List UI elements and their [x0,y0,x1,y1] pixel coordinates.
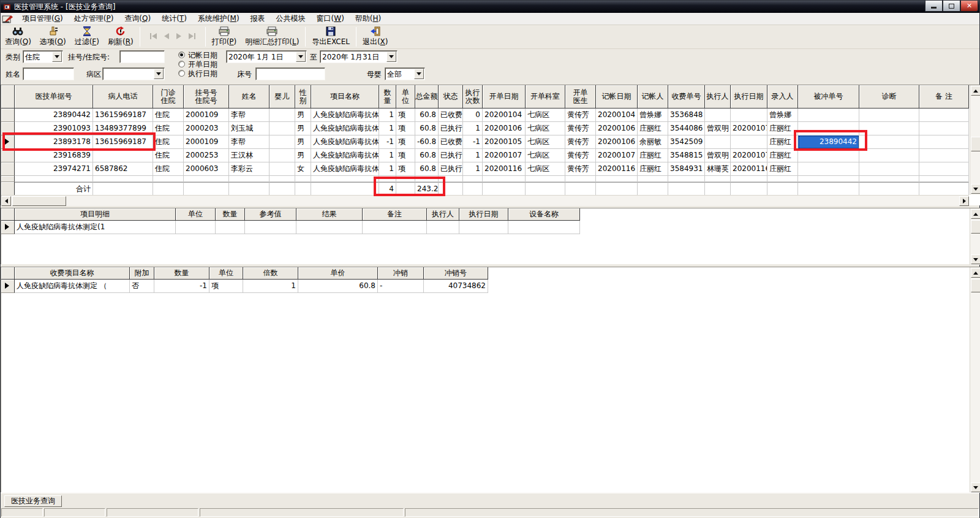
scroll-left-button[interactable] [1,196,11,206]
cell[interactable] [798,122,859,135]
row-marker[interactable] [1,149,15,162]
cell[interactable]: 1 [379,149,396,162]
radio-开单日期[interactable] [178,61,185,67]
cell[interactable]: 庄丽红 [638,149,668,162]
cell[interactable]: 庄丽红 [767,162,798,176]
cell[interactable] [859,135,919,149]
cell[interactable]: 已收费 [439,135,463,149]
menu-item-6[interactable]: 公共模块 [271,12,311,25]
cell[interactable] [798,149,859,162]
cell[interactable]: 男 [295,109,311,122]
menu-item-4[interactable]: 系统维护(M) [192,12,245,25]
cell[interactable]: 庄丽红 [767,122,798,135]
cell[interactable]: 曾焕娜 [638,109,668,122]
row-marker[interactable] [1,122,15,135]
cell[interactable]: 女 [295,162,311,176]
cell[interactable] [270,162,295,176]
cell[interactable]: 60.8 [415,122,439,135]
toolbar-button-7[interactable]: 退出(X) [358,26,393,48]
cell[interactable] [919,135,969,149]
cell[interactable]: 6587862 [93,162,153,176]
cell[interactable]: 40734862 [424,280,488,293]
menu-item-1[interactable]: 处方管理(P) [69,12,119,25]
cell[interactable]: 23974271 [15,162,93,176]
nav-first-icon[interactable] [149,32,158,42]
cell[interactable]: 20200107 [596,149,638,162]
toolbar-button-2[interactable]: 过滤(F) [70,26,104,48]
cell[interactable]: 1 [379,162,396,176]
chevron-down-icon[interactable] [386,51,396,62]
hscroll-thumb[interactable] [12,196,66,206]
cell[interactable]: 3548815 [668,149,705,162]
toolbar-button-5[interactable]: 明细汇总打印(L) [241,26,303,48]
cell[interactable]: 项 [396,109,415,122]
cell[interactable]: 住院 [153,109,184,122]
bed-input[interactable] [255,67,325,80]
row-marker[interactable] [1,109,15,122]
radio-执行日期[interactable] [178,70,185,77]
cell[interactable]: 20200106 [596,122,638,135]
cell[interactable]: 20200107 [731,122,767,135]
cell[interactable]: 20200116 [731,162,767,176]
menu-item-2[interactable]: 查询(Q) [119,12,156,25]
cell[interactable]: 13615969187 [93,109,153,122]
cell[interactable]: 20200105 [483,135,526,149]
cell[interactable]: 男 [295,149,311,162]
menu-item-0[interactable]: 项目管理(G) [17,12,69,25]
horizontal-scrollbar[interactable] [1,195,969,206]
cell[interactable] [427,221,459,234]
cell[interactable]: 0 [463,109,483,122]
date-from-picker[interactable]: 2020年 1月 1日 [226,50,307,63]
cell[interactable]: - [378,280,424,293]
cell[interactable]: 项 [396,162,415,176]
cell[interactable]: 60.8 [298,280,378,293]
cell[interactable]: 庄丽红 [767,149,798,162]
cell[interactable]: 人免疫缺陷病毒抗体测定(1 [15,221,176,234]
cell[interactable]: 刘玉城 [229,122,270,135]
cell[interactable]: 曾双明 [705,122,731,135]
cell[interactable] [270,122,295,135]
cell[interactable]: 20200106 [596,135,638,149]
cell[interactable] [919,149,969,162]
cell[interactable]: 七病区 [526,122,565,135]
cell[interactable] [731,135,767,149]
category-select[interactable]: 住院 [23,50,63,63]
cell[interactable]: -1 [154,280,209,293]
cell[interactable] [216,221,245,234]
cell[interactable]: 人免疫缺陷病毒抗体测定 [311,162,379,176]
cell[interactable]: 3542509 [668,135,705,149]
toolbar-button-1[interactable]: 选项(O) [36,26,70,48]
date-to-picker[interactable]: 2020年 1月31日 [320,50,398,63]
cell[interactable]: 3544086 [668,122,705,135]
cell[interactable]: 黄传芳 [565,135,596,149]
baby-select[interactable]: 全部 [385,67,425,80]
cell[interactable] [245,221,296,234]
cell[interactable]: 住院 [153,135,184,149]
close-button[interactable]: ✕ [960,1,978,12]
cell[interactable]: 2000109 [184,135,229,149]
cell[interactable]: 七病区 [526,149,565,162]
toolbar-button-4[interactable]: 打印(P) [208,26,241,48]
cell[interactable] [919,109,969,122]
vscroll-thumb[interactable] [971,220,980,234]
cell[interactable]: 已收费 [439,109,463,122]
toolbar-button-6[interactable]: 导出EXCEL [307,26,354,48]
menu-item-3[interactable]: 统计(T) [156,12,192,25]
cell[interactable]: 23901093 [15,122,93,135]
cell[interactable]: 2000109 [184,109,229,122]
cell[interactable]: 王汉林 [229,149,270,162]
cell[interactable] [705,135,731,149]
scroll-up-button[interactable] [971,86,980,96]
cell[interactable]: 2000253 [184,149,229,162]
cell[interactable]: 李帮 [229,109,270,122]
cell[interactable] [270,149,295,162]
cell[interactable]: 余丽敏 [638,135,668,149]
cell[interactable]: 人免疫缺陷病毒抗体测定 [311,109,379,122]
cell[interactable]: 黄传芳 [565,162,596,176]
cell[interactable]: 1 [379,122,396,135]
cell[interactable] [919,122,969,135]
cell[interactable]: 李彩云 [229,162,270,176]
cell[interactable]: 住院 [153,162,184,176]
cell[interactable]: 20200116 [483,162,526,176]
row-marker[interactable] [1,280,15,293]
